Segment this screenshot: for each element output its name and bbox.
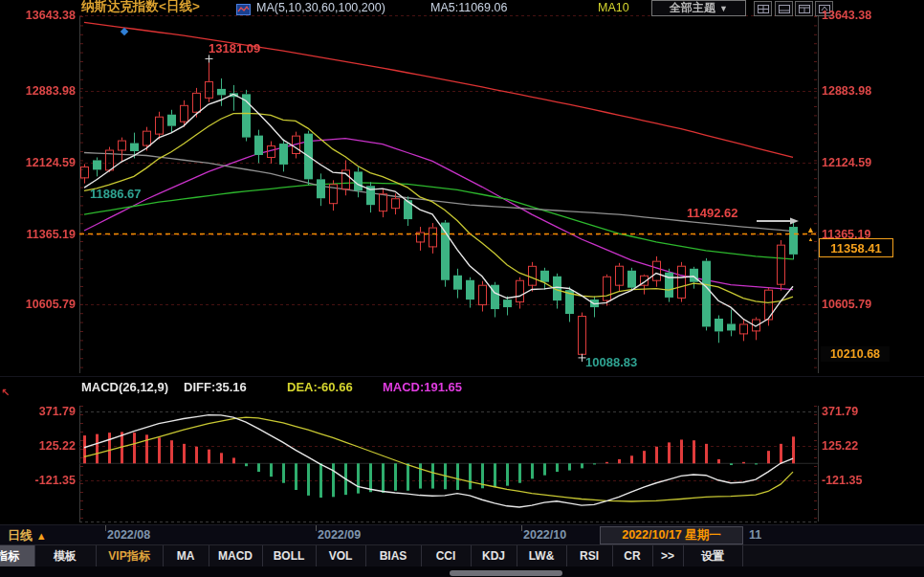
pane-add-button[interactable] [775,1,793,16]
ma-group-label: MA(5,10,30,60,100,200) [256,1,385,14]
month-label: 2022/09 [318,528,361,542]
price-axis-label: 10605.79 [0,297,76,312]
layout-split-button[interactable] [754,1,772,16]
instrument-title: 纳斯达克指数<日线> [81,0,200,15]
tab-rsi[interactable]: RSI [566,545,613,566]
price-axis-label: 13643.38 [822,8,871,23]
tab-lw[interactable]: LW& [517,545,567,566]
bottom-scrollbar-track[interactable] [0,566,924,577]
chart-type-icon[interactable] [236,2,251,19]
current-price-box: 11358.41 [819,238,893,257]
tab-[interactable]: 指标 [0,545,35,566]
tab-[interactable]: >> [652,545,684,566]
price-up-arrow-icon: ▲▲ [806,226,815,244]
macd-value-label: MACD:191.65 [383,380,462,394]
ma5-value-label: MA5:11069.06 [430,1,507,14]
tab-ma[interactable]: MA [163,545,209,566]
price-axis-label: 12883.98 [822,83,871,99]
low-price-box: 10210.68 [821,346,890,362]
price-chart-canvas[interactable] [0,0,924,577]
price-axis-label: 10605.79 [822,297,871,312]
left-low-annotation: 11886.67 [90,187,142,201]
pane-bottom-button[interactable] [795,1,813,16]
indicator-tab-bar: 指标模板VIP指标MAMACDBOLLVOLBIASCCIKDJLW&RSICR… [0,544,924,567]
macd-axis-label: 371.79 [822,404,858,419]
tab-macd[interactable]: MACD [209,545,263,566]
tab-bias[interactable]: BIAS [365,545,422,566]
theme-dropdown[interactable]: 全部主题 ▼ [651,0,746,16]
trading-app-window: 纳斯达克指数<日线> MA(5,10,30,60,100,200) MA5:11… [0,0,924,577]
macd-dea-label: DEA:-60.66 [287,380,353,394]
scrollbar-thumb[interactable] [450,570,562,576]
price-axis-label: 13643.38 [0,8,76,23]
price-axis-label: 12883.98 [0,83,76,99]
tab-cci[interactable]: CCI [421,545,472,566]
tab-[interactable]: 模板 [34,545,97,566]
month-label: 2022/08 [107,528,150,542]
period-selector[interactable]: 日线 ▲ [8,527,47,544]
tab-boll[interactable]: BOLL [262,545,317,566]
month-label: 2022/10 [523,528,566,542]
tab-vol[interactable]: VOL [316,545,366,566]
tab-kdj[interactable]: KDJ [471,545,517,566]
tab-[interactable]: 设置 [683,545,743,566]
chevron-down-icon: ▼ [719,4,728,13]
peak-high-annotation: 13181.09 [209,41,260,55]
macd-axis-label: -121.35 [0,473,76,488]
macd-params-label: MACD(26,12,9) [81,380,168,394]
macd-axis-label: 125.22 [822,438,858,454]
tab-cr[interactable]: CR [612,545,653,566]
price-axis-label: 12124.59 [0,155,76,170]
period-low-annotation: 10088.83 [585,355,637,369]
macd-axis-label: 125.22 [0,438,76,454]
timeline-bar: 日线 ▲ 2022/10/17 星期一 11 2022/082022/09202… [0,524,924,545]
theme-dropdown-label: 全部主题 [670,0,715,16]
month-tick [521,525,522,531]
tab-vip[interactable]: VIP指标 [96,545,164,566]
price-axis-label: 12124.59 [822,155,871,170]
highlighted-date-label: 2022/10/17 星期一 [600,526,743,544]
macd-axis-label: -121.35 [822,473,862,488]
month-tick [316,525,317,531]
period-arrow-icon: ▲ [36,530,47,542]
macd-axis-label: 371.79 [0,404,76,419]
macd-diff-label: DIFF:35.16 [184,380,247,394]
ma10-value-label: MA10 [598,1,629,14]
month-tick [105,525,106,531]
trailing-month-label: 11 [749,528,761,542]
price-axis-label: 11365.19 [0,227,76,242]
recent-high-annotation: 11492.62 [687,206,738,220]
pane-resize-handle-icon[interactable]: ↖ [1,387,10,399]
